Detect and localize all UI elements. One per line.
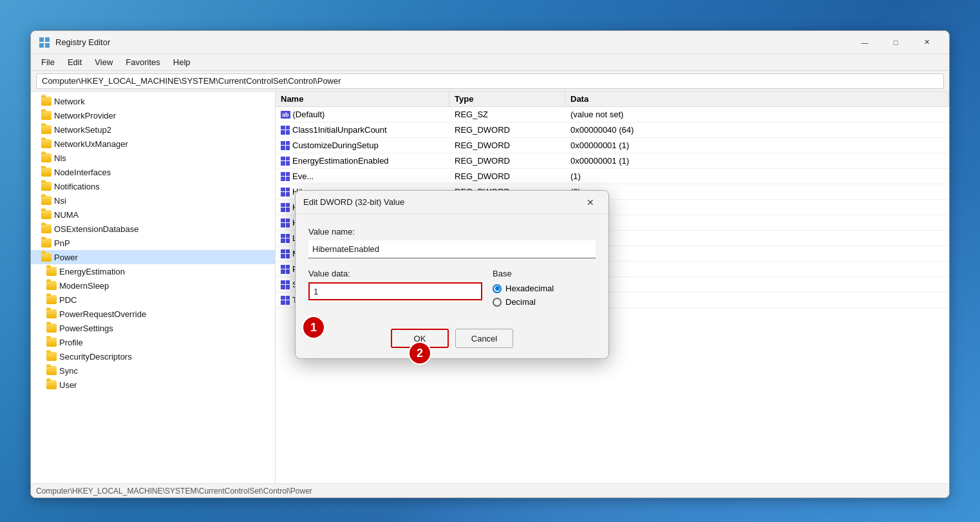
minimize-button[interactable]: — bbox=[850, 32, 880, 53]
folder-icon bbox=[46, 366, 57, 375]
tree-item-nsi[interactable]: Nsi bbox=[31, 193, 275, 208]
reg-grid-icon bbox=[281, 157, 290, 166]
tree-item-pnp[interactable]: PnP bbox=[31, 236, 275, 250]
folder-icon bbox=[41, 97, 52, 106]
folder-icon bbox=[46, 309, 57, 318]
value-data-label: Value data: bbox=[308, 269, 482, 278]
reg-grid-icon bbox=[281, 265, 290, 274]
close-button[interactable]: ✕ bbox=[912, 32, 941, 53]
value-data-section: Value data: bbox=[308, 269, 482, 300]
value-data-input[interactable] bbox=[308, 282, 482, 300]
tree-item-pdc[interactable]: PDC bbox=[31, 293, 275, 307]
tree-item-power[interactable]: Power bbox=[31, 250, 275, 264]
menu-edit[interactable]: Edit bbox=[62, 56, 87, 68]
folder-icon bbox=[46, 267, 57, 276]
folder-icon bbox=[46, 281, 57, 290]
menu-favorites[interactable]: Favorites bbox=[120, 56, 165, 68]
svg-rect-1 bbox=[45, 37, 50, 42]
folder-icon bbox=[46, 380, 57, 389]
menu-help[interactable]: Help bbox=[168, 56, 196, 68]
folder-icon bbox=[41, 182, 52, 191]
base-label: Base bbox=[493, 269, 596, 278]
address-input[interactable] bbox=[36, 73, 944, 89]
table-row[interactable]: Eve... REG_DWORD (1) bbox=[276, 169, 949, 184]
folder-icon bbox=[46, 352, 57, 361]
value-name-input[interactable] bbox=[308, 240, 596, 258]
tree-item-nls[interactable]: Nls bbox=[31, 151, 275, 165]
table-row[interactable]: ab (Default) REG_SZ (value not set) bbox=[276, 107, 949, 122]
window-controls: — □ ✕ bbox=[850, 32, 941, 53]
dialog-body: Value name: Value data: Base Hexadecimal bbox=[296, 214, 608, 321]
tree-item-network[interactable]: Network bbox=[31, 94, 275, 108]
tree-item-notifications[interactable]: Notifications bbox=[31, 179, 275, 193]
table-row[interactable]: CustomizeDuringSetup REG_DWORD 0x0000000… bbox=[276, 138, 949, 153]
dialog-buttons: OK Cancel bbox=[296, 321, 608, 358]
cancel-button[interactable]: Cancel bbox=[455, 329, 513, 348]
col-header-type: Type bbox=[449, 92, 565, 106]
reg-grid-icon bbox=[281, 188, 290, 197]
reg-grid-icon bbox=[281, 172, 290, 181]
folder-icon bbox=[41, 253, 52, 262]
folder-icon bbox=[41, 168, 52, 177]
tree-item-networksetup2[interactable]: NetworkSetup2 bbox=[31, 122, 275, 137]
tree-item-osextdb[interactable]: OSExtensionDatabase bbox=[31, 222, 275, 236]
tree-item-powersettings[interactable]: PowerSettings bbox=[31, 321, 275, 335]
base-section: Base Hexadecimal Decimal bbox=[493, 269, 596, 311]
value-name-label: Value name: bbox=[308, 227, 596, 237]
decimal-label: Decimal bbox=[505, 297, 536, 307]
tree-item-numa[interactable]: NUMA bbox=[31, 208, 275, 222]
reg-grid-icon bbox=[281, 280, 290, 289]
reg-grid-icon bbox=[281, 203, 290, 212]
values-header: Name Type Data bbox=[276, 92, 949, 107]
app-icon bbox=[39, 37, 50, 48]
dialog-close-button[interactable]: ✕ bbox=[580, 193, 601, 211]
folder-icon bbox=[41, 196, 52, 205]
menu-file[interactable]: File bbox=[36, 56, 60, 68]
tree-item-profile[interactable]: Profile bbox=[31, 335, 275, 349]
col-header-data: Data bbox=[565, 92, 949, 106]
step-1-badge: 1 bbox=[302, 316, 325, 339]
folder-icon bbox=[41, 224, 52, 233]
tree-item-modernsleep[interactable]: ModernSleep bbox=[31, 278, 275, 293]
tree-item-sync[interactable]: Sync bbox=[31, 363, 275, 378]
dialog-data-row: Value data: Base Hexadecimal Decimal bbox=[308, 269, 596, 311]
svg-rect-2 bbox=[39, 43, 44, 48]
table-row[interactable]: Class1InitialUnparkCount REG_DWORD 0x000… bbox=[276, 122, 949, 138]
dialog-title: Edit DWORD (32-bit) Value bbox=[303, 197, 580, 207]
hexadecimal-radio[interactable]: Hexadecimal bbox=[493, 284, 596, 293]
reg-grid-icon bbox=[281, 296, 290, 305]
hexadecimal-label: Hexadecimal bbox=[505, 284, 554, 293]
tree-item-powerrequestoverride[interactable]: PowerRequestOverride bbox=[31, 307, 275, 321]
col-header-name: Name bbox=[276, 92, 449, 106]
menu-view[interactable]: View bbox=[90, 56, 118, 68]
folder-icon bbox=[46, 338, 57, 347]
table-row[interactable]: EnergyEstimationEnabled REG_DWORD 0x0000… bbox=[276, 153, 949, 169]
maximize-button[interactable]: □ bbox=[881, 32, 910, 53]
tree-item-nodeinterfaces[interactable]: NodeInterfaces bbox=[31, 165, 275, 179]
reg-grid-icon bbox=[281, 218, 290, 227]
decimal-radio[interactable]: Decimal bbox=[493, 297, 596, 307]
window-title: Registry Editor bbox=[55, 37, 850, 47]
reg-grid-icon bbox=[281, 141, 290, 150]
folder-icon bbox=[46, 295, 57, 304]
tree-item-networkprovider[interactable]: NetworkProvider bbox=[31, 108, 275, 122]
tree-item-securitydescriptors[interactable]: SecurityDescriptors bbox=[31, 349, 275, 363]
edit-dword-dialog: Edit DWORD (32-bit) Value ✕ Value name: … bbox=[295, 190, 609, 359]
dialog-title-bar: Edit DWORD (32-bit) Value ✕ bbox=[296, 191, 608, 214]
folder-icon bbox=[41, 139, 52, 148]
reg-ab-icon: ab bbox=[281, 111, 290, 119]
svg-rect-3 bbox=[45, 43, 50, 48]
tree-item-energyestimation[interactable]: EnergyEstimation bbox=[31, 264, 275, 278]
folder-icon bbox=[41, 238, 52, 247]
tree-pane: Network NetworkProvider NetworkSetup2 Ne… bbox=[31, 92, 276, 483]
svg-rect-0 bbox=[39, 37, 44, 42]
folder-icon bbox=[46, 324, 57, 333]
folder-icon bbox=[41, 125, 52, 134]
hexadecimal-radio-indicator bbox=[493, 284, 502, 293]
tree-item-user[interactable]: User bbox=[31, 378, 275, 392]
step-2-badge: 2 bbox=[408, 342, 431, 365]
tree-item-networkuxmanager[interactable]: NetworkUxManager bbox=[31, 137, 275, 151]
address-bar bbox=[31, 71, 949, 92]
status-bar: Computer\HKEY_LOCAL_MACHINE\SYSTEM\Curre… bbox=[31, 483, 949, 498]
folder-icon bbox=[41, 210, 52, 219]
